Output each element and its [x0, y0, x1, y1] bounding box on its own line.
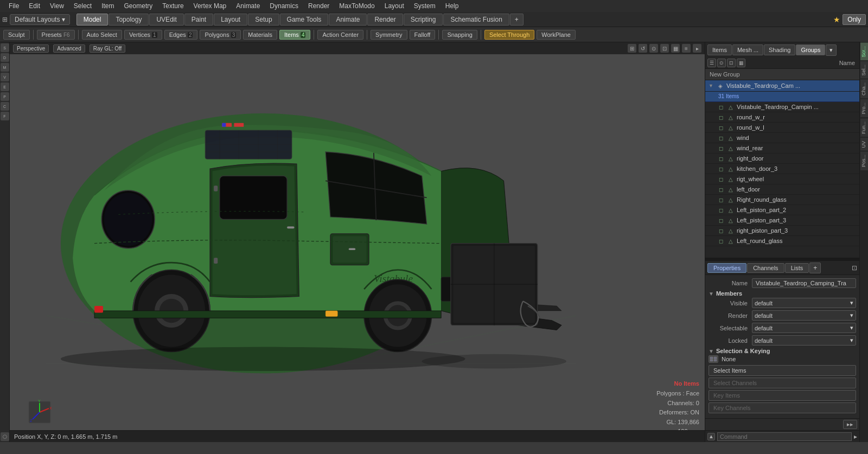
menu-layout[interactable]: Layout [380, 1, 409, 11]
snapping-button[interactable]: Snapping [442, 30, 477, 40]
tab-mesh[interactable]: Mesh ... [732, 44, 763, 55]
right-strip-tab-cha[interactable]: Cha... [860, 79, 868, 99]
select-through-button[interactable]: Select Through [484, 30, 534, 40]
materials-button[interactable]: Materials [243, 30, 277, 40]
group-item-main[interactable]: ▼ ◈ Vistabule_Teardrop_Cam ... [705, 80, 859, 92]
menu-item[interactable]: Item [97, 1, 118, 11]
viewport-advanced-button[interactable]: Advanced [53, 44, 85, 53]
default-layouts-button[interactable]: Default Layouts ▾ [10, 14, 70, 25]
tab-uvedit[interactable]: UVEdit [149, 14, 183, 25]
sel-key-section[interactable]: ▼ Selection & Keying [709, 348, 856, 354]
item-left-piston-3[interactable]: ◻ △ Left_piston_part_3 [705, 215, 859, 226]
item-right-door[interactable]: ◻ △ right_door [705, 154, 859, 164]
item-round-wr[interactable]: ◻ △ round_w_r [705, 112, 859, 123]
item-vistabule-teardrop[interactable]: ◻ △ Vistabule_Teardrop_Campin ... [705, 102, 859, 112]
right-strip-tab-scr[interactable]: Scr... [860, 42, 868, 61]
left-icon-f[interactable]: F [1, 112, 9, 120]
workplane-button[interactable]: WorkPlane [537, 30, 576, 40]
items-list-icon-1[interactable]: ☰ [707, 59, 716, 67]
right-strip-tab-uv[interactable]: UV [860, 137, 868, 151]
menu-geometry[interactable]: Geometry [120, 1, 157, 11]
viewport-raygl-button[interactable]: Ray GL: Off [90, 44, 126, 53]
items-list[interactable]: ☰ ⊙ ⊡ ▦ Name New Group ▼ ◈ Vistabule_Tea… [705, 57, 859, 258]
right-strip-tab-pos[interactable]: Pos... [860, 151, 868, 170]
vertices-button[interactable]: Vertices 1 [124, 30, 162, 40]
viewport-perspective-button[interactable]: Perspective [13, 44, 49, 53]
new-group-button[interactable]: New Group [705, 69, 859, 80]
item-right-round-glass[interactable]: ◻ △ Right_round_glass [705, 195, 859, 205]
left-icon-e[interactable]: E [1, 82, 9, 91]
key-channels-button[interactable]: Key Channels [709, 402, 856, 413]
sculpt-button[interactable]: Sculpt [3, 30, 30, 40]
viewport-icon-6[interactable]: ≡ [682, 44, 691, 53]
name-input[interactable]: Vistabule_Teardrop_Camping_Tra [752, 278, 856, 288]
viewport-icon-1[interactable]: ⊞ [628, 44, 636, 53]
polygons-button[interactable]: Polygons 3 [200, 30, 241, 40]
menu-system[interactable]: System [410, 1, 440, 11]
tab-model[interactable]: Model [76, 14, 108, 25]
render-dropdown[interactable]: default ▾ [752, 310, 856, 321]
members-section[interactable]: ▼ Members [709, 290, 856, 297]
item-rigt-wheel[interactable]: ◻ △ rigt_wheel [705, 174, 859, 184]
menu-animate[interactable]: Animate [232, 1, 264, 11]
props-tab-lists[interactable]: Lists [785, 263, 809, 273]
left-icon-m[interactable]: M [1, 63, 9, 72]
left-icon-bottom[interactable]: ◯ [1, 432, 9, 441]
left-icon-s[interactable]: S [1, 43, 9, 52]
items-list-icon-2[interactable]: ⊙ [717, 59, 726, 67]
viewport-icon-3[interactable]: ⊙ [649, 44, 658, 53]
add-tab-button[interactable]: + [510, 14, 524, 25]
item-wind-rear[interactable]: ◻ △ wind_rear [705, 143, 859, 154]
viewport-icon-5[interactable]: ▦ [671, 44, 680, 53]
only-button[interactable]: Only [843, 14, 866, 25]
item-left-round-glass[interactable]: ◻ △ Left_round_glass [705, 236, 859, 246]
tab-render[interactable]: Render [367, 14, 403, 25]
tab-game-tools[interactable]: Game Tools [280, 14, 329, 25]
tab-dropdown[interactable]: ▾ [826, 44, 837, 56]
locked-dropdown[interactable]: default ▾ [752, 335, 856, 346]
menu-help[interactable]: Help [441, 1, 463, 11]
command-input[interactable] [717, 432, 852, 441]
select-channels-button[interactable]: Select Channels [709, 378, 856, 388]
command-expand-icon[interactable]: ▲ [707, 433, 715, 440]
tab-schematic[interactable]: Schematic Fusion [443, 14, 509, 25]
menu-edit[interactable]: Edit [24, 1, 44, 11]
tab-shading[interactable]: Shading [764, 44, 795, 55]
item-wind[interactable]: ◻ △ wind [705, 133, 859, 143]
viewport-icon-2[interactable]: ↺ [639, 44, 647, 53]
right-strip-tab-sel[interactable]: Sel... [860, 61, 868, 79]
viewport-icon-4[interactable]: ⊡ [660, 44, 669, 53]
command-submit-icon[interactable]: ▸ [854, 433, 857, 440]
visible-dropdown[interactable]: default ▾ [752, 298, 856, 308]
props-bottom-arrow[interactable]: ▸▸ [843, 420, 857, 429]
props-add-button[interactable]: + [809, 263, 821, 273]
tab-layout[interactable]: Layout [214, 14, 247, 25]
selectable-dropdown[interactable]: default ▾ [752, 323, 856, 333]
symmetry-button[interactable]: Symmetry [371, 30, 407, 40]
star-icon[interactable]: ★ [833, 15, 840, 24]
falloff-button[interactable]: Falloff [410, 30, 436, 40]
presets-button[interactable]: Presets F6 [37, 30, 75, 40]
tab-scripting[interactable]: Scripting [404, 14, 443, 25]
menu-maxtomodo[interactable]: MaxToModo [335, 1, 379, 11]
tab-paint[interactable]: Paint [184, 14, 213, 25]
item-left-piston-2[interactable]: ◻ △ Left_piston_part_2 [705, 205, 859, 215]
tab-items[interactable]: Items [707, 44, 732, 55]
item-right-piston-3[interactable]: ◻ △ right_piston_part_3 [705, 226, 859, 236]
props-tab-channels[interactable]: Channels [747, 263, 784, 273]
tab-groups[interactable]: Groups [796, 44, 825, 55]
viewport[interactable]: Perspective Advanced Ray GL: Off ⊞ ↺ ⊙ ⊡… [10, 42, 705, 442]
menu-dynamics[interactable]: Dynamics [265, 1, 303, 11]
right-strip-tab-pro[interactable]: Pro... [860, 99, 868, 118]
tab-setup[interactable]: Setup [248, 14, 279, 25]
menu-select[interactable]: Select [69, 1, 96, 11]
menu-render[interactable]: Render [304, 1, 334, 11]
tab-animate[interactable]: Animate [329, 14, 367, 25]
left-icon-v[interactable]: V [1, 73, 9, 81]
tab-topology[interactable]: Topology [108, 14, 149, 25]
auto-select-button[interactable]: Auto Select [82, 30, 122, 40]
viewport-icon-7[interactable]: ▸ [693, 44, 701, 53]
menu-file[interactable]: File [4, 1, 23, 11]
key-items-button[interactable]: Key Items [709, 390, 856, 401]
props-expand-icon[interactable]: ⊡ [852, 264, 857, 272]
